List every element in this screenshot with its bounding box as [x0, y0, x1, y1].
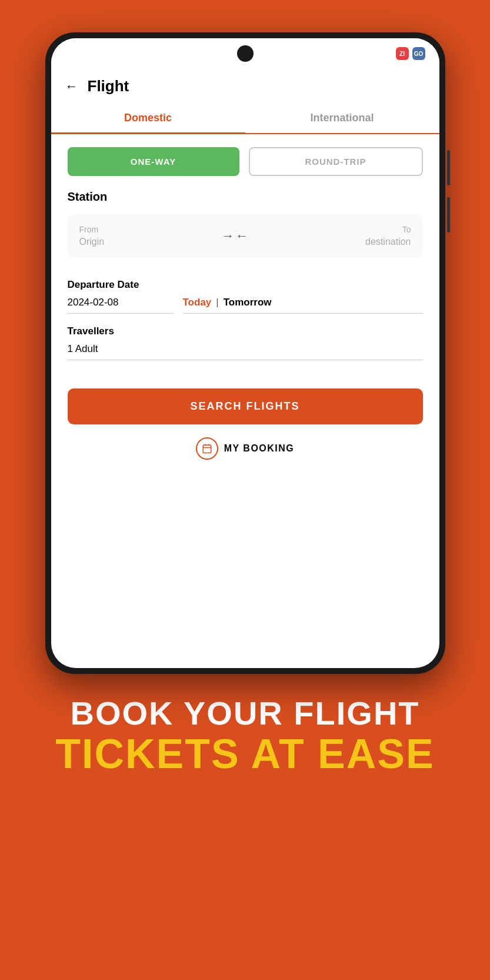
to-station[interactable]: To destination — [365, 225, 411, 247]
station-row[interactable]: From Origin →← To destination — [68, 214, 423, 258]
camera-notch — [237, 45, 254, 62]
back-button[interactable]: ← — [65, 79, 78, 94]
swap-icon[interactable]: →← — [221, 228, 248, 244]
booking-icon — [196, 437, 218, 460]
date-separator: | — [216, 297, 218, 308]
page-title: Flight — [88, 77, 129, 95]
today-shortcut[interactable]: Today — [183, 297, 212, 308]
station-section: Station From Origin →← To destination — [68, 190, 423, 258]
departure-row: 2024-02-08 Today | Tomorrow — [68, 297, 423, 314]
round-trip-button[interactable]: ROUND-TRIP — [249, 147, 423, 176]
station-label: Station — [68, 190, 423, 204]
from-value: Origin — [79, 237, 105, 247]
to-value: destination — [365, 237, 411, 247]
search-flights-button[interactable]: SEARCH FLIGHTS — [68, 388, 423, 424]
my-booking-button[interactable]: MY BOOKING — [68, 437, 423, 460]
tab-international[interactable]: International — [245, 104, 439, 133]
one-way-button[interactable]: ONE-WAY — [68, 147, 239, 176]
status-icons: ZI GO — [396, 47, 425, 60]
tab-domestic[interactable]: Domestic — [51, 104, 245, 134]
side-button — [447, 150, 450, 185]
main-content: ONE-WAY ROUND-TRIP Station From Origin →… — [51, 134, 439, 668]
phone-frame: ZI GO ← Flight Domestic International ON… — [45, 32, 445, 674]
tab-bar: Domestic International — [51, 104, 439, 134]
travellers-section: Travellers 1 Adult — [68, 325, 423, 360]
promo-line2: TICKETS AT EASE — [55, 732, 434, 777]
departure-date[interactable]: 2024-02-08 — [68, 297, 174, 314]
promo-line1: BOOK YOUR FLIGHT — [55, 695, 434, 732]
app-icon-blue: GO — [412, 47, 425, 60]
departure-section: Departure Date 2024-02-08 Today | Tomorr… — [68, 279, 423, 314]
app-icon-red: ZI — [396, 47, 409, 60]
to-label: To — [365, 225, 411, 234]
departure-label: Departure Date — [68, 279, 423, 291]
travellers-value[interactable]: 1 Adult — [68, 343, 423, 360]
trip-type-selector: ONE-WAY ROUND-TRIP — [68, 147, 423, 176]
phone-screen: ZI GO ← Flight Domestic International ON… — [51, 38, 439, 668]
travellers-label: Travellers — [68, 325, 423, 337]
svg-rect-0 — [203, 445, 211, 453]
tomorrow-shortcut[interactable]: Tomorrow — [224, 297, 272, 308]
status-bar: ZI GO — [51, 38, 439, 69]
date-shortcuts: Today | Tomorrow — [183, 297, 423, 314]
side-button-2 — [447, 197, 450, 232]
promo-section: BOOK YOUR FLIGHT TICKETS AT EASE — [32, 695, 458, 777]
from-label: From — [79, 225, 105, 234]
my-booking-label: MY BOOKING — [224, 443, 295, 454]
from-station[interactable]: From Origin — [79, 225, 105, 247]
header: ← Flight — [51, 69, 439, 104]
